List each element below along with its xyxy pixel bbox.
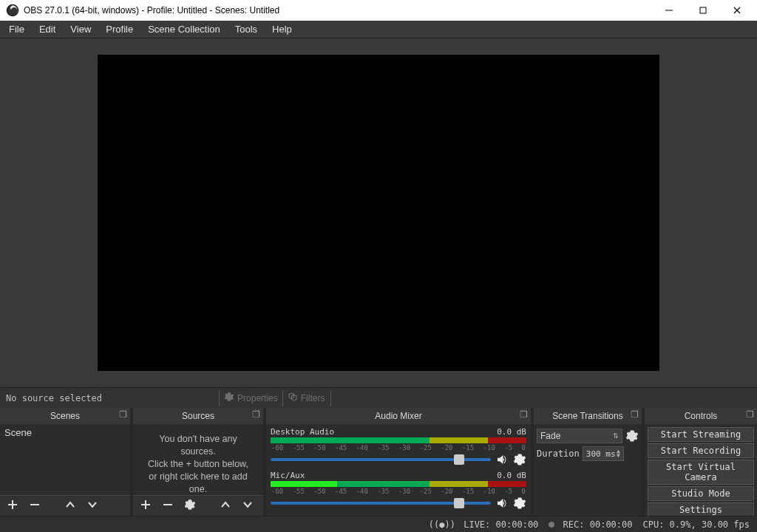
duration-label: Duration — [537, 449, 580, 459]
chevron-updown-icon: ⇅ — [613, 432, 619, 440]
menu-help[interactable]: Help — [265, 21, 299, 37]
channel-db: 0.0 dB — [497, 471, 526, 480]
filters-icon — [288, 392, 298, 404]
menu-scene-collection[interactable]: Scene Collection — [140, 21, 228, 37]
window-titlebar: OBS 27.0.1 (64-bit, windows) - Profile: … — [0, 0, 757, 21]
window-minimize-button[interactable] — [652, 0, 686, 21]
record-dot-icon — [549, 522, 554, 528]
source-properties-button[interactable] — [183, 499, 197, 513]
sources-title: Sources — [182, 411, 214, 421]
context-toolbar: No source selected Properties Filters — [0, 387, 757, 408]
cpu-status: CPU: 0.9%, 30.00 fps — [643, 519, 750, 530]
filters-button[interactable]: Filters — [282, 390, 330, 406]
channel-db: 0.0 dB — [497, 427, 526, 437]
studio-mode-button[interactable]: Studio Mode — [648, 486, 754, 501]
move-scene-down-button[interactable] — [86, 499, 99, 513]
window-close-button[interactable] — [720, 0, 754, 21]
move-scene-up-button[interactable] — [64, 499, 77, 513]
svg-rect-6 — [30, 504, 39, 505]
start-recording-button[interactable]: Start Recording — [648, 443, 754, 458]
sources-toolbar — [133, 495, 263, 516]
window-maximize-button[interactable] — [686, 0, 720, 21]
volume-slider[interactable] — [271, 502, 491, 505]
svg-rect-15 — [163, 504, 172, 505]
preview-area — [0, 38, 757, 387]
start-streaming-button[interactable]: Start Streaming — [648, 427, 754, 442]
preview-canvas[interactable] — [98, 55, 659, 371]
meter-ticks: -60-55-50-45-40-35-30-25-20-15-10-50 — [271, 488, 526, 495]
start-virtual-camera-button[interactable]: Start Virtual Camera — [648, 460, 754, 485]
gear-icon[interactable] — [625, 429, 639, 443]
meter-ticks: -60-55-50-45-40-35-30-25-20-15-10-50 — [271, 444, 526, 451]
gear-icon[interactable] — [513, 453, 526, 466]
spin-arrows-icon: ▲▼ — [617, 449, 620, 458]
duration-value: 300 ms — [586, 449, 616, 459]
svg-rect-3 — [700, 7, 706, 13]
controls-dock: Controls ❐ Start Streaming Start Recordi… — [645, 408, 757, 516]
volume-slider[interactable] — [271, 458, 491, 461]
audio-mixer-dock: Audio Mixer ❐ Desktop Audio 0.0 dB -60-5… — [266, 408, 531, 516]
controls-title: Controls — [685, 411, 718, 421]
popout-icon[interactable]: ❐ — [119, 409, 127, 420]
remove-source-button[interactable] — [161, 499, 174, 513]
mixer-body: Desktop Audio 0.0 dB -60-55-50-45-40-35-… — [266, 424, 531, 516]
mixer-channel-mic: Mic/Aux 0.0 dB -60-55-50-45-40-35-30-25-… — [271, 471, 526, 510]
popout-icon[interactable]: ❐ — [252, 409, 260, 420]
vu-meter — [271, 437, 526, 443]
status-bar: ((●)) LIVE: 00:00:00 REC: 00:00:00 CPU: … — [0, 516, 757, 532]
duration-spinbox[interactable]: 300 ms ▲▼ — [583, 446, 624, 461]
scenes-list[interactable]: Scene — [0, 424, 130, 495]
controls-dock-header[interactable]: Controls ❐ — [645, 408, 757, 424]
menu-tools[interactable]: Tools — [228, 21, 265, 37]
transitions-title: Scene Transitions — [552, 411, 622, 421]
menu-bar: File Edit View Profile Scene Collection … — [0, 21, 757, 38]
menu-view[interactable]: View — [63, 21, 98, 37]
speaker-icon[interactable] — [495, 453, 509, 466]
scenes-dock: Scenes ❐ Scene — [0, 408, 130, 516]
transitions-dock-header[interactable]: Scene Transitions ❐ — [534, 408, 642, 424]
scenes-title: Scenes — [50, 411, 80, 421]
mixer-channel-desktop: Desktop Audio 0.0 dB -60-55-50-45-40-35-… — [271, 427, 526, 466]
scenes-toolbar — [0, 495, 130, 516]
channel-name: Mic/Aux — [271, 471, 305, 480]
live-status: ((●)) LIVE: 00:00:00 — [429, 519, 539, 530]
broadcast-icon: ((●)) — [429, 519, 455, 530]
filters-label: Filters — [301, 393, 325, 403]
channel-name: Desktop Audio — [271, 427, 334, 437]
svg-rect-2 — [665, 10, 673, 11]
rec-status: REC: 00:00:00 — [549, 519, 632, 530]
move-source-up-button[interactable] — [219, 499, 232, 513]
menu-edit[interactable]: Edit — [32, 21, 63, 37]
settings-button[interactable]: Settings — [648, 502, 754, 516]
scene-item[interactable]: Scene — [0, 424, 130, 441]
scenes-dock-header[interactable]: Scenes ❐ — [0, 408, 130, 424]
properties-label: Properties — [237, 393, 278, 403]
speaker-icon[interactable] — [495, 497, 509, 510]
sources-dock-header[interactable]: Sources ❐ — [133, 408, 263, 424]
transition-combo[interactable]: Fade ⇅ — [537, 429, 622, 443]
add-scene-button[interactable] — [6, 499, 19, 513]
transitions-dock: Scene Transitions ❐ Fade ⇅ Duration 300 … — [534, 408, 642, 516]
window-title: OBS 27.0.1 (64-bit, windows) - Profile: … — [24, 5, 279, 16]
sources-dock: Sources ❐ You don't have any sources. Cl… — [133, 408, 263, 516]
sources-list[interactable]: You don't have any sources. Click the + … — [133, 424, 263, 495]
mixer-dock-header[interactable]: Audio Mixer ❐ — [266, 408, 531, 424]
gear-icon[interactable] — [513, 497, 526, 510]
mixer-title: Audio Mixer — [375, 411, 421, 421]
popout-icon[interactable]: ❐ — [746, 409, 754, 420]
transition-value: Fade — [540, 431, 560, 441]
add-source-button[interactable] — [139, 499, 152, 513]
properties-button[interactable]: Properties — [219, 390, 282, 406]
menu-file[interactable]: File — [1, 21, 32, 37]
remove-scene-button[interactable] — [28, 499, 41, 513]
vu-meter — [271, 481, 526, 487]
move-source-down-button[interactable] — [241, 499, 254, 513]
obs-app-icon — [6, 4, 19, 17]
popout-icon[interactable]: ❐ — [631, 409, 639, 420]
popout-icon[interactable]: ❐ — [520, 409, 528, 420]
no-sources-note: You don't have any sources. Click the + … — [133, 424, 263, 495]
menu-profile[interactable]: Profile — [98, 21, 140, 37]
gear-icon — [224, 392, 234, 404]
no-source-selected-label: No source selected — [0, 393, 108, 403]
